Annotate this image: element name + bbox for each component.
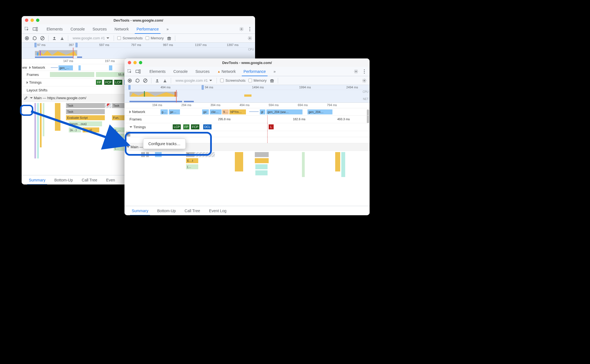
screenshots-checkbox[interactable]: Screenshots (220, 78, 245, 83)
upload-icon[interactable] (155, 78, 160, 83)
memory-checkbox[interactable]: Memory (146, 36, 164, 40)
kebab-menu-icon[interactable] (362, 69, 367, 74)
collapse-icon[interactable] (30, 97, 33, 99)
capture-settings-gear-icon[interactable] (362, 78, 367, 83)
timing-l-chip[interactable]: L (269, 124, 274, 129)
btab-summary[interactable]: Summary (24, 175, 50, 185)
net-chip[interactable]: g… (161, 109, 168, 114)
record-button[interactable] (127, 78, 132, 83)
tab-performance[interactable]: Performance (240, 67, 269, 76)
btab-bottom-up[interactable]: Bottom-Up (50, 175, 77, 185)
settings-gear-icon[interactable] (239, 27, 244, 32)
timing-fp-chip[interactable]: FP (96, 80, 102, 85)
range-handle-right[interactable] (75, 43, 78, 47)
flame-a[interactable]: (a…) (69, 127, 81, 132)
flame-paren[interactable]: (… (186, 164, 198, 169)
btab-call-tree[interactable]: Call Tree (180, 206, 205, 216)
net-chip[interactable]: clie… (210, 109, 222, 114)
download-icon[interactable] (60, 36, 65, 41)
tab-elements[interactable]: Elements (43, 24, 67, 34)
net-chip[interactable]: gen_204… (307, 109, 332, 114)
btab-call-tree[interactable]: Call Tree (77, 175, 102, 185)
settings-gear-icon[interactable] (354, 69, 358, 74)
timing-fcp-chip[interactable]: FCP (104, 80, 113, 85)
flame-t[interactable]: T… (186, 152, 194, 157)
timing-fcp-chip[interactable]: FCP (191, 124, 199, 129)
btab-event-log[interactable]: Event Log (205, 206, 231, 216)
net-chip[interactable]: gl (260, 109, 265, 114)
garbage-collect-icon[interactable] (269, 78, 274, 83)
tab-network[interactable]: Network (111, 24, 133, 34)
reload-record-button[interactable] (32, 36, 37, 41)
flame-s[interactable]: s_… (114, 127, 125, 132)
frame-value[interactable]: 295.8 ms (185, 117, 263, 122)
memory-checkbox[interactable]: Memory (248, 78, 267, 83)
net-chip[interactable]: ge… (169, 109, 180, 114)
flame-task[interactable]: Task (66, 109, 105, 114)
expand-icon[interactable] (129, 111, 131, 113)
net-chip[interactable]: ge (202, 109, 209, 114)
timeline-overview[interactable]: 494 ms 94 ms 1494 ms 1994 ms 2494 ms CPU… (124, 85, 370, 103)
flame-a[interactable]: (a…s) (83, 127, 99, 132)
inspect-icon[interactable] (127, 69, 132, 74)
frame-value[interactable]: 182.6 ms (274, 117, 324, 122)
network-request-chip[interactable]: gen_… (59, 65, 73, 70)
network-request-chip[interactable] (78, 65, 81, 70)
frame-chip[interactable] (50, 72, 94, 77)
expand-icon[interactable] (27, 81, 28, 84)
collapse-icon[interactable] (127, 146, 129, 148)
btab-bottom-up[interactable]: Bottom-Up (153, 206, 180, 216)
flame-task[interactable]: Task (66, 103, 105, 108)
record-button[interactable] (24, 36, 29, 41)
clear-button[interactable] (40, 36, 45, 41)
kebab-menu-icon[interactable] (247, 27, 252, 32)
flame-c[interactable]: (… (114, 146, 125, 151)
tab-performance[interactable]: Performance (133, 24, 162, 34)
capture-settings-gear-icon[interactable] (247, 36, 252, 41)
range-handle-left[interactable] (128, 85, 131, 90)
tab-sources[interactable]: Sources (192, 67, 213, 76)
collapse-icon[interactable] (129, 126, 132, 128)
flame-evaluate-script[interactable]: Evaluate Script (66, 115, 105, 120)
net-chip[interactable]: 9… (222, 109, 229, 114)
expand-icon[interactable] (29, 66, 31, 69)
screenshots-checkbox[interactable]: Screenshots (117, 36, 143, 40)
timing-lcp-chip[interactable]: LCP (114, 80, 122, 85)
timing-dcl-chip[interactable]: DCL (203, 124, 212, 129)
recording-selector[interactable]: www.google.com #1 (72, 36, 110, 40)
tab-network[interactable]: Network (213, 67, 240, 76)
range-handle-right[interactable] (202, 85, 204, 90)
reload-record-button[interactable] (135, 78, 140, 83)
inspect-icon[interactable] (24, 27, 29, 32)
network-request-chip[interactable] (109, 65, 112, 70)
edit-tracks-button[interactable] (22, 96, 30, 100)
recording-selector[interactable]: www.google.com #1 (174, 78, 213, 83)
timing-b-chip[interactable]: b… (126, 132, 130, 137)
menu-item-configure-tracks[interactable]: Configure tracks… (143, 140, 185, 148)
tab-console[interactable]: Console (169, 67, 191, 76)
range-handle-left[interactable] (34, 43, 37, 47)
flame-et[interactable]: E…t (186, 158, 198, 163)
net-chip[interactable]: gen_204 (ww… (266, 109, 302, 114)
main-flame-chart[interactable]: T… E…t (… (124, 151, 370, 181)
net-chip[interactable]: hPYm… (229, 109, 246, 114)
download-icon[interactable] (162, 78, 167, 83)
device-toolbar-icon[interactable] (33, 27, 38, 32)
tab-elements[interactable]: Elements (146, 67, 169, 76)
garbage-collect-icon[interactable] (167, 36, 172, 41)
timing-lcp-chip[interactable]: LCP (173, 124, 181, 129)
btab-event-log[interactable]: Even (102, 175, 119, 185)
timeline-overview[interactable]: 97 ms 397 597 ms 797 ms 997 ms 1197 ms 1… (22, 43, 255, 59)
tab-console[interactable]: Console (67, 24, 88, 34)
flame-chart-pane[interactable]: Network g… ge… ge clie… 9… hPYm… gl gen_… (124, 108, 370, 206)
tabs-more-button[interactable]: » (270, 67, 280, 76)
timing-fp-chip[interactable]: FP (183, 124, 189, 129)
flame-anon[interactable]: (anon…ous) (69, 121, 102, 126)
flame-c[interactable]: (… (114, 140, 125, 145)
clear-button[interactable] (143, 78, 148, 83)
upload-icon[interactable] (52, 36, 57, 41)
btab-summary[interactable]: Summary (127, 206, 153, 216)
flame-dash[interactable]: _… (114, 134, 125, 139)
tabs-more-button[interactable]: » (163, 24, 173, 34)
tab-sources[interactable]: Sources (89, 24, 111, 34)
